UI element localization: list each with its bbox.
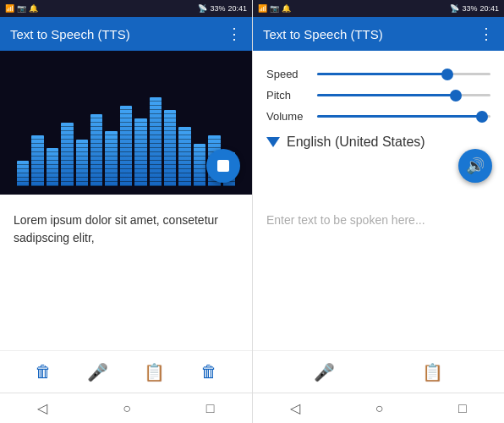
text-content-area[interactable]: Lorem ipsum dolor sit amet, consetetur s… xyxy=(0,195,252,350)
settings-wrapper: Speed Pitch Volume xyxy=(253,51,504,195)
language-row: English (United States) xyxy=(266,135,490,150)
notification-icon: 🔔 xyxy=(29,4,38,13)
pitch-label: Pitch xyxy=(266,89,309,102)
volume-fill xyxy=(317,115,482,118)
app-title-right: Text to Speech (TTS) xyxy=(263,27,479,41)
status-bar-right: 📶 📷 🔔 📡 33% 20:41 xyxy=(253,0,504,17)
visualizer-bar-11 xyxy=(178,127,190,186)
stop-icon xyxy=(217,160,229,172)
text-placeholder-area[interactable]: Enter text to be spoken here... xyxy=(253,195,504,350)
right-panel: 📶 📷 🔔 📡 33% 20:41 Text to Speech (TTS) ⋮… xyxy=(252,0,504,423)
visualizer-bar-6 xyxy=(105,131,117,186)
speaker-fab-button[interactable]: 🔊 xyxy=(458,149,492,183)
speaker-icon: 🔊 xyxy=(466,157,485,175)
status-left-icons-right: 📶 📷 🔔 xyxy=(258,4,291,13)
visualizer-bar-3 xyxy=(61,123,73,186)
pitch-row: Pitch xyxy=(266,89,490,102)
visualizer-bar-10 xyxy=(164,110,176,186)
app-bar-left: Text to Speech (TTS) ⋮ xyxy=(0,17,252,51)
home-button-left[interactable]: ○ xyxy=(123,401,131,416)
time-display: 20:41 xyxy=(227,4,247,13)
visualizer-bar-12 xyxy=(194,144,205,186)
back-button-left[interactable]: ◁ xyxy=(37,400,47,416)
visualizer-bar-1 xyxy=(31,135,43,186)
nav-bar-right: ◁ ○ □ xyxy=(253,393,504,423)
speed-fill xyxy=(317,73,447,75)
stop-button[interactable] xyxy=(206,149,240,183)
battery-text: 33% xyxy=(210,4,225,13)
left-panel: 📶 📷 🔔 📡 33% 20:41 Text to Speech (TTS) ⋮… xyxy=(0,0,252,423)
dropdown-arrow-icon[interactable] xyxy=(266,137,280,147)
volume-row: Volume xyxy=(266,110,490,123)
time-display-r: 20:41 xyxy=(479,4,499,13)
volume-slider[interactable] xyxy=(317,115,490,118)
status-right-info: 📡 33% 20:41 xyxy=(198,4,247,13)
bottom-toolbar-left: 🗑 🎤 📋 🗑 xyxy=(0,350,252,393)
speed-thumb[interactable] xyxy=(441,69,453,80)
volume-thumb[interactable] xyxy=(476,111,488,123)
app-bar-right: Text to Speech (TTS) ⋮ xyxy=(253,17,504,51)
pitch-fill xyxy=(317,94,456,96)
copy-icon-1[interactable]: 📋 xyxy=(144,362,165,382)
wifi-icon-r: 📡 xyxy=(450,4,459,13)
language-label: English (United States) xyxy=(287,135,425,150)
notification-icon-r: 🔔 xyxy=(282,4,291,13)
menu-button-right[interactable]: ⋮ xyxy=(479,25,494,43)
mic-icon-r[interactable]: 🎤 xyxy=(314,362,335,382)
recent-button-left[interactable]: □ xyxy=(206,401,215,416)
visualizer-bar-8 xyxy=(134,118,146,186)
visualizer-bar-4 xyxy=(76,140,88,186)
visualizer-area xyxy=(0,51,252,195)
mic-icon-1[interactable]: 🎤 xyxy=(87,362,108,382)
visualizer-bar-0 xyxy=(17,161,29,186)
visualizer-bar-2 xyxy=(47,148,58,186)
speed-slider[interactable] xyxy=(317,73,490,75)
signal-icon-r: 📶 xyxy=(258,4,267,13)
volume-label: Volume xyxy=(266,110,309,123)
menu-button-left[interactable]: ⋮ xyxy=(227,25,242,43)
text-content: Lorem ipsum dolor sit amet, consetetur s… xyxy=(14,213,218,244)
text-placeholder: Enter text to be spoken here... xyxy=(266,213,425,227)
camera-icon-r: 📷 xyxy=(270,4,279,13)
status-left-icons: 📶 📷 🔔 xyxy=(5,4,38,13)
battery-text-r: 33% xyxy=(462,4,477,13)
trash-icon-1[interactable]: 🗑 xyxy=(35,362,52,382)
signal-icon: 📶 xyxy=(5,4,14,13)
visualizer-bar-7 xyxy=(120,106,132,186)
settings-area: Speed Pitch Volume xyxy=(253,58,504,160)
camera-icon: 📷 xyxy=(17,4,26,13)
bars-container xyxy=(17,76,235,186)
speed-label: Speed xyxy=(266,68,309,80)
status-right-info-right: 📡 33% 20:41 xyxy=(450,4,499,13)
pitch-slider[interactable] xyxy=(317,94,490,96)
speed-row: Speed xyxy=(266,68,490,80)
visualizer-bar-9 xyxy=(150,97,162,186)
wifi-icon: 📡 xyxy=(198,4,207,13)
app-title-left: Text to Speech (TTS) xyxy=(10,27,227,41)
nav-bar-left: ◁ ○ □ xyxy=(0,393,252,423)
recent-button-right[interactable]: □ xyxy=(458,401,467,416)
trash-icon-2[interactable]: 🗑 xyxy=(200,362,217,382)
bottom-toolbar-right: 🎤 📋 xyxy=(253,350,504,393)
status-bar-left: 📶 📷 🔔 📡 33% 20:41 xyxy=(0,0,252,17)
copy-icon-r[interactable]: 📋 xyxy=(422,362,443,382)
visualizer-bar-5 xyxy=(90,114,102,186)
home-button-right[interactable]: ○ xyxy=(375,401,384,416)
pitch-thumb[interactable] xyxy=(450,90,462,102)
back-button-right[interactable]: ◁ xyxy=(290,400,300,416)
